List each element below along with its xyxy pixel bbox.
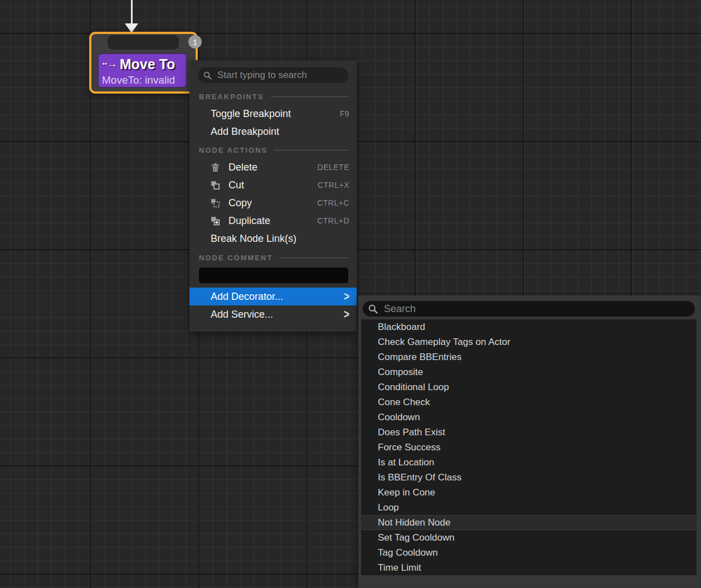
menu-item-shortcut: F9 xyxy=(340,109,349,118)
section-divider xyxy=(274,150,349,150)
trash-icon xyxy=(211,162,221,172)
menu-item-shortcut: CTRL+D xyxy=(317,216,349,225)
duplicate-icon xyxy=(211,216,221,226)
node-comment-input[interactable] xyxy=(199,268,348,283)
add-decorator-submenu: BlackboardCheck Gameplay Tags on ActorCo… xyxy=(358,295,701,588)
breakpoints-section: Toggle BreakpointF9Add Breakpoint xyxy=(189,105,357,140)
node-title: Move To xyxy=(120,56,176,72)
decorator-search[interactable] xyxy=(363,301,695,317)
menu-item-add-service[interactable]: Add Service... > xyxy=(189,305,357,323)
decorator-option-does-path-exist[interactable]: Does Path Exist xyxy=(361,425,697,440)
menu-item-break-node-link-s[interactable]: Break Node Link(s) xyxy=(189,230,357,247)
menu-item-label: Copy xyxy=(228,197,252,209)
search-input[interactable] xyxy=(216,69,343,81)
menu-item-label: Duplicate xyxy=(228,215,270,227)
context-menu-search[interactable] xyxy=(198,67,348,83)
decorator-option-loop[interactable]: Loop xyxy=(361,500,697,515)
menu-item-add-breakpoint[interactable]: Add Breakpoint xyxy=(189,123,357,140)
section-header-node-comment: NODE COMMENT xyxy=(189,252,357,263)
menu-item-shortcut: CTRL+X xyxy=(318,181,349,189)
menu-item-copy[interactable]: CopyCTRL+C xyxy=(189,194,357,212)
execution-order-badge: 1 xyxy=(188,35,202,48)
decorator-option-composite[interactable]: Composite xyxy=(361,365,697,380)
decorator-option-cooldown[interactable]: Cooldown xyxy=(361,410,697,425)
menu-item-label: Break Node Link(s) xyxy=(211,233,296,245)
menu-item-label: Delete xyxy=(228,162,257,173)
section-header-node-actions: NODE ACTIONS xyxy=(189,144,357,155)
decorator-option-keep-in-cone[interactable]: Keep in Cone xyxy=(361,485,697,500)
menu-item-label: Toggle Breakpoint xyxy=(211,108,291,120)
decorator-list: BlackboardCheck Gameplay Tags on ActorCo… xyxy=(361,319,697,575)
menu-item-shortcut: DELETE xyxy=(318,163,349,172)
menu-item-delete[interactable]: DeleteDELETE xyxy=(189,158,357,176)
decorator-option-not-hidden-node[interactable]: Not Hidden Node xyxy=(361,515,697,530)
node-input-wire xyxy=(131,0,133,24)
task-body[interactable]: ··→ Move To MoveTo: invalid xyxy=(98,54,187,88)
section-header-breakpoints: BREAKPOINTS xyxy=(189,91,357,102)
decorator-option-is-at-location[interactable]: Is at Location xyxy=(361,455,697,470)
chevron-right-icon: > xyxy=(344,289,349,304)
section-divider xyxy=(279,257,349,258)
menu-item-duplicate[interactable]: DuplicateCTRL+D xyxy=(189,212,357,230)
behavior-tree-graph: { "node": { "title": "Move To", "subtitl… xyxy=(0,0,701,588)
decorator-option-tag-cooldown[interactable]: Tag Cooldown xyxy=(361,545,697,560)
node-actions-section: DeleteDELETECutCTRL+XCopyCTRL+CDuplicate… xyxy=(189,158,357,247)
copy-icon xyxy=(211,198,221,208)
decorator-option-time-limit[interactable]: Time Limit xyxy=(361,560,697,575)
decorator-option-is-bbentry-of-class[interactable]: Is BBEntry Of Class xyxy=(361,470,697,485)
menu-item-label: Add Breakpoint xyxy=(211,126,279,138)
cut-icon xyxy=(211,180,221,190)
move-to-icon: ··→ xyxy=(102,58,116,70)
node-name-slot xyxy=(108,35,179,50)
decorator-option-cone-check[interactable]: Cone Check xyxy=(361,395,697,410)
decorator-option-set-tag-cooldown[interactable]: Set Tag Cooldown xyxy=(361,530,697,545)
menu-item-cut[interactable]: CutCTRL+X xyxy=(189,176,357,194)
decorator-option-force-success[interactable]: Force Success xyxy=(361,440,697,455)
node-context-menu: BREAKPOINTS Toggle BreakpointF9Add Break… xyxy=(189,60,357,332)
decorator-search-input[interactable] xyxy=(383,303,689,315)
search-icon xyxy=(203,71,212,80)
menu-item-add-decorator[interactable]: Add Decorator... > xyxy=(189,288,357,305)
menu-item-toggle-breakpoint[interactable]: Toggle BreakpointF9 xyxy=(189,105,357,123)
menu-item-label: Cut xyxy=(228,179,244,191)
section-divider xyxy=(271,96,349,97)
node-subtitle: MoveTo: invalid xyxy=(102,74,186,86)
move-to-node[interactable]: 1 ··→ Move To MoveTo: invalid xyxy=(89,32,198,94)
decorator-option-compare-bbentries[interactable]: Compare BBEntries xyxy=(361,349,697,365)
search-icon xyxy=(368,304,378,314)
decorator-option-conditional-loop[interactable]: Conditional Loop xyxy=(361,380,697,395)
chevron-right-icon: > xyxy=(344,307,349,322)
decorator-option-check-gameplay-tags-on-actor[interactable]: Check Gameplay Tags on Actor xyxy=(361,334,697,349)
menu-item-shortcut: CTRL+C xyxy=(317,198,349,207)
decorator-option-blackboard[interactable]: Blackboard xyxy=(361,319,697,334)
